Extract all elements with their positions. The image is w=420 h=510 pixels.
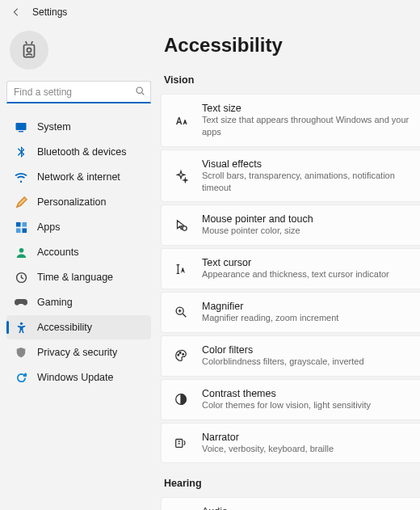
card-subtitle: Mouse pointer color, size: [202, 225, 313, 237]
svg-rect-5: [15, 221, 20, 226]
section-header-vision: Vision: [164, 74, 420, 86]
card-color-filters[interactable]: Color filters Colorblindness filters, gr…: [161, 335, 420, 377]
titlebar: Settings: [0, 0, 420, 24]
card-title: Magnifier: [202, 301, 338, 312]
svg-rect-8: [22, 228, 27, 233]
accessibility-icon: [15, 321, 27, 334]
sidebar-item-bluetooth[interactable]: Bluetooth & devices: [6, 140, 151, 164]
sidebar-item-network[interactable]: Network & internet: [6, 165, 151, 189]
narrator-icon: [173, 435, 189, 451]
magnifier-icon: [173, 304, 189, 320]
sidebar: System Bluetooth & devices Network & int…: [0, 24, 158, 510]
avatar-placeholder-icon: [19, 40, 40, 61]
svg-rect-0: [24, 45, 35, 57]
person-icon: [15, 246, 27, 259]
sparkle-icon: [173, 168, 189, 184]
sidebar-item-label: Privacy & security: [37, 347, 117, 358]
sidebar-item-label: Accounts: [37, 247, 78, 258]
text-size-icon: [173, 112, 189, 129]
card-text: Contrast themes Color themes for low vis…: [202, 388, 371, 411]
system-icon: [15, 120, 27, 133]
sidebar-item-personalization[interactable]: Personalization: [6, 190, 151, 214]
text-cursor-icon: [173, 261, 189, 277]
nav-list: System Bluetooth & devices Network & int…: [6, 115, 151, 390]
card-subtitle: Colorblindness filters, grayscale, inver…: [202, 356, 364, 368]
sidebar-item-label: Network & internet: [37, 171, 120, 183]
card-text: Text cursor Appearance and thickness, te…: [202, 257, 389, 280]
search-icon: [135, 86, 145, 99]
card-subtitle: Voice, verbosity, keyboard, braille: [202, 443, 334, 455]
update-icon: [15, 371, 27, 384]
sidebar-item-system[interactable]: System: [6, 115, 151, 139]
card-text: Text size Text size that appears through…: [202, 103, 414, 138]
svg-point-16: [183, 354, 184, 356]
back-button[interactable]: [10, 6, 23, 19]
card-text: Mouse pointer and touch Mouse pointer co…: [202, 213, 313, 237]
card-title: Contrast themes: [202, 388, 371, 399]
card-title: Text cursor: [202, 257, 389, 268]
card-title: Audio: [202, 506, 325, 510]
sidebar-item-label: Gaming: [37, 297, 73, 308]
card-title: Color filters: [202, 344, 364, 356]
card-audio[interactable]: Audio Mono audio, audio notifications: [161, 497, 420, 510]
arrow-left-icon: [10, 6, 22, 18]
svg-point-12: [183, 226, 187, 230]
card-title: Text size: [202, 103, 414, 114]
card-text: Audio Mono audio, audio notifications: [202, 506, 325, 510]
sidebar-item-label: System: [37, 121, 71, 133]
card-text-cursor[interactable]: Text cursor Appearance and thickness, te…: [161, 248, 420, 289]
shield-icon: [15, 346, 27, 359]
sidebar-item-apps[interactable]: Apps: [6, 215, 151, 239]
sidebar-item-time[interactable]: Time & language: [6, 265, 151, 289]
sidebar-item-label: Windows Update: [37, 372, 114, 383]
sidebar-item-privacy[interactable]: Privacy & security: [6, 340, 151, 365]
card-subtitle: Color themes for low vision, light sensi…: [202, 399, 371, 411]
card-text: Narrator Voice, verbosity, keyboard, bra…: [202, 432, 334, 455]
svg-point-1: [27, 48, 31, 52]
cursor-icon: [173, 217, 189, 234]
card-contrast-themes[interactable]: Contrast themes Color themes for low vis…: [161, 379, 420, 420]
sidebar-item-label: Bluetooth & devices: [37, 146, 127, 158]
hearing-card-list: Audio Mono audio, audio notifications CC…: [161, 497, 420, 510]
gaming-icon: [15, 296, 27, 309]
card-mouse-pointer[interactable]: Mouse pointer and touch Mouse pointer co…: [161, 204, 420, 246]
sidebar-item-label: Personalization: [37, 196, 106, 208]
card-title: Narrator: [202, 432, 334, 443]
sidebar-item-label: Apps: [37, 221, 61, 233]
app-title: Settings: [32, 6, 67, 18]
sidebar-item-update[interactable]: Windows Update: [6, 365, 151, 390]
content: Accessibility Vision Text size Text size…: [158, 24, 420, 510]
sidebar-item-gaming[interactable]: Gaming: [6, 290, 151, 314]
page-title: Accessibility: [164, 34, 420, 57]
sidebar-item-accessibility[interactable]: Accessibility: [6, 315, 151, 339]
card-title: Visual effects: [202, 158, 414, 170]
svg-point-11: [19, 322, 22, 324]
card-magnifier[interactable]: Magnifier Magnifier reading, zoom increm…: [161, 292, 420, 333]
card-title: Mouse pointer and touch: [202, 213, 313, 225]
card-narrator[interactable]: Narrator Voice, verbosity, keyboard, bra…: [161, 423, 420, 464]
card-text-size[interactable]: Text size Text size that appears through…: [161, 94, 420, 147]
card-text: Color filters Colorblindness filters, gr…: [202, 344, 364, 368]
svg-rect-6: [22, 221, 27, 226]
svg-rect-4: [19, 131, 23, 132]
svg-rect-7: [15, 228, 20, 233]
bluetooth-icon: [15, 145, 27, 158]
svg-point-14: [178, 355, 179, 356]
card-text: Magnifier Magnifier reading, zoom increm…: [202, 301, 338, 324]
sidebar-item-label: Time & language: [37, 272, 113, 283]
svg-point-15: [179, 352, 181, 354]
card-subtitle: Appearance and thickness, text cursor in…: [202, 268, 389, 280]
apps-icon: [15, 221, 27, 234]
vision-card-list: Text size Text size that appears through…: [161, 94, 420, 463]
sidebar-item-accounts[interactable]: Accounts: [6, 240, 151, 264]
svg-point-2: [136, 87, 142, 93]
card-subtitle: Magnifier reading, zoom increment: [202, 312, 338, 324]
wifi-icon: [15, 171, 27, 183]
card-subtitle: Text size that appears throughout Window…: [202, 114, 414, 138]
card-visual-effects[interactable]: Visual effects Scroll bars, transparency…: [161, 150, 420, 203]
search-input[interactable]: [6, 81, 151, 103]
avatar[interactable]: [10, 31, 48, 70]
svg-point-9: [19, 247, 23, 252]
card-subtitle: Scroll bars, transparency, animations, n…: [202, 170, 414, 194]
sidebar-item-label: Accessibility: [37, 322, 92, 333]
